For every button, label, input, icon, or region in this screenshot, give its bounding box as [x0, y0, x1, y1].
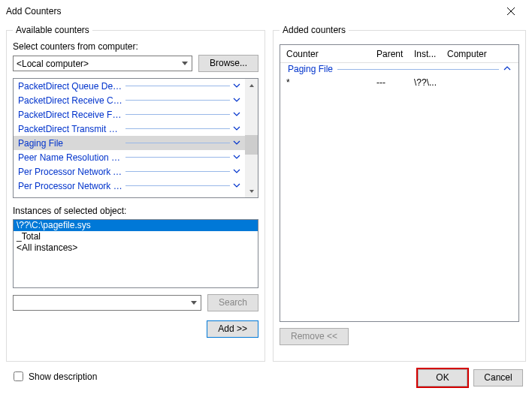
cell-counter: *	[282, 77, 372, 88]
added-list[interactable]: Counter Parent Inst... Computer Paging F…	[280, 44, 519, 322]
scroll-down-icon[interactable]	[245, 185, 258, 197]
chevron-down-icon	[233, 124, 240, 134]
search-input[interactable]	[13, 295, 201, 311]
counter-item[interactable]: Per Processor Network Interface Card Act…	[14, 179, 245, 193]
instance-item[interactable]: \??\C:\pagefile.sys	[14, 220, 258, 231]
instance-item[interactable]: <All instances>	[14, 242, 258, 254]
counter-item-name: PacketDirect Transmit Counters	[18, 124, 122, 134]
added-group-name: Paging File	[288, 64, 333, 74]
computer-select[interactable]: <Local computer>	[13, 56, 192, 71]
counter-item-name: PacketDirect Queue Depth	[18, 81, 122, 92]
chevron-down-icon	[233, 95, 240, 106]
counter-item[interactable]: PacketDirect Receive Counters	[14, 93, 245, 107]
cell-parent: ---	[372, 77, 410, 88]
remove-button[interactable]: Remove <<	[280, 328, 349, 345]
counter-item[interactable]: PacketDirect Transmit Counters	[14, 122, 245, 136]
counter-item-name: Per Processor Network Interface Card Act…	[18, 181, 122, 191]
counter-item-name: Per Processor Network Activity Cycles	[18, 167, 122, 177]
scrollbar[interactable]	[245, 79, 258, 197]
scroll-up-icon[interactable]	[245, 79, 258, 92]
col-inst[interactable]: Inst...	[410, 49, 443, 59]
chevron-down-icon	[233, 152, 240, 163]
chevron-down-icon	[233, 167, 240, 177]
counter-item-name: Peer Name Resolution Protocol	[18, 152, 122, 163]
chevron-up-icon	[503, 64, 511, 74]
counter-item-name: PacketDirect Receive Filters	[18, 110, 122, 120]
close-icon	[506, 7, 515, 16]
counter-item[interactable]: Paging File	[14, 136, 245, 150]
show-description-checkbox[interactable]: Show description	[11, 369, 97, 383]
counter-item-name: PacketDirect Receive Counters	[18, 95, 122, 106]
window-title: Add Counters	[6, 6, 496, 17]
col-parent[interactable]: Parent	[372, 49, 410, 59]
counter-item[interactable]: Peer Name Resolution Protocol	[14, 150, 245, 164]
search-button[interactable]: Search	[207, 294, 258, 311]
chevron-down-icon	[233, 138, 240, 149]
close-button[interactable]	[496, 0, 526, 23]
chevron-down-icon	[233, 81, 240, 92]
instance-item[interactable]: _Total	[14, 231, 258, 242]
cell-inst: \??\...	[410, 77, 443, 88]
added-group[interactable]: Paging File	[280, 63, 518, 75]
col-computer[interactable]: Computer	[443, 49, 517, 59]
instances-label: Instances of selected object:	[13, 206, 258, 216]
ok-button[interactable]: OK	[418, 369, 467, 386]
available-counters-legend: Available counters	[13, 25, 92, 35]
counter-item-name: Paging File	[18, 138, 122, 149]
select-computer-label: Select counters from computer:	[13, 41, 258, 52]
show-description-label: Show description	[29, 371, 97, 382]
browse-button[interactable]: Browse...	[198, 55, 258, 72]
scroll-thumb[interactable]	[245, 135, 258, 155]
col-counter[interactable]: Counter	[282, 49, 372, 59]
cancel-button[interactable]: Cancel	[473, 369, 523, 386]
counter-list[interactable]: PacketDirect Queue DepthPacketDirect Rec…	[13, 78, 258, 198]
added-header: Counter Parent Inst... Computer	[280, 45, 518, 63]
counter-item[interactable]: Per Processor Network Activity Cycles	[14, 164, 245, 179]
counter-item[interactable]: PacketDirect Queue Depth	[14, 79, 245, 93]
instances-list[interactable]: \??\C:\pagefile.sys_Total<All instances>	[13, 219, 258, 288]
table-row[interactable]: *---\??\...	[280, 75, 518, 90]
chevron-down-icon	[233, 110, 240, 120]
counter-item[interactable]: PacketDirect Receive Filters	[14, 107, 245, 122]
add-button[interactable]: Add >>	[207, 320, 258, 338]
chevron-down-icon	[233, 181, 240, 191]
show-description-input[interactable]	[14, 371, 23, 381]
added-counters-legend: Added counters	[280, 25, 349, 35]
